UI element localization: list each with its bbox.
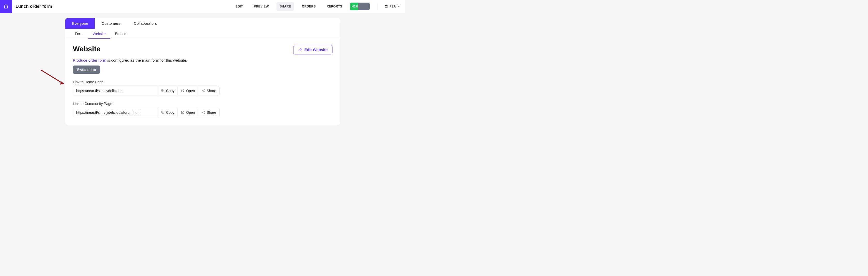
community-link-input[interactable] — [73, 108, 158, 117]
nav-orders[interactable]: ORDERS — [299, 2, 319, 11]
subtab-form[interactable]: Form — [70, 29, 88, 39]
home-icon — [3, 4, 8, 9]
tab-collaborators[interactable]: Collaborators — [127, 18, 163, 29]
share-subtabs: Form Website Embed — [65, 29, 340, 39]
nav-reports[interactable]: REPORTS — [323, 2, 345, 11]
open-label: Open — [186, 89, 195, 93]
switch-form-button[interactable]: Switch form — [73, 66, 100, 74]
community-copy-button[interactable]: Copy — [158, 108, 178, 117]
account-switcher[interactable]: FEA — [384, 5, 400, 8]
home-link-row: Copy Open Share — [73, 86, 220, 96]
share-label: Share — [207, 89, 216, 93]
share-panel: Everyone Customers Collaborators Form We… — [65, 18, 340, 125]
progress-indicator[interactable]: 41% — [350, 3, 370, 10]
edit-website-button[interactable]: Edit Website — [293, 45, 333, 55]
progress-label: 41% — [350, 5, 358, 8]
top-nav: EDIT PREVIEW SHARE ORDERS REPORTS 41% FE… — [232, 2, 400, 11]
configured-form-text: Produce order form is configured as the … — [73, 58, 333, 62]
tab-everyone[interactable]: Everyone — [65, 18, 95, 29]
account-label: FEA — [390, 5, 396, 8]
community-link-row: Copy Open Share — [73, 108, 220, 117]
svg-point-8 — [202, 112, 203, 113]
community-link-label: Link to Community Page — [73, 102, 333, 106]
copy-icon — [161, 111, 164, 114]
nav-preview[interactable]: PREVIEW — [251, 2, 272, 11]
home-link-input[interactable] — [73, 86, 158, 96]
svg-point-4 — [204, 92, 204, 92]
website-section: Website Edit Website Produce order form … — [65, 39, 340, 125]
community-share-button[interactable]: Share — [198, 108, 220, 117]
edit-website-label: Edit Website — [304, 47, 328, 52]
open-label: Open — [186, 110, 195, 114]
share-icon — [202, 111, 205, 114]
open-icon — [181, 89, 184, 93]
home-button[interactable] — [0, 0, 12, 13]
nav-edit[interactable]: EDIT — [232, 2, 246, 11]
copy-icon — [161, 89, 164, 93]
share-label: Share — [207, 110, 216, 114]
audience-tabs: Everyone Customers Collaborators — [65, 18, 340, 29]
top-bar: Lunch order form EDIT PREVIEW SHARE ORDE… — [0, 0, 405, 13]
subtab-embed[interactable]: Embed — [110, 29, 131, 39]
section-title: Website — [73, 45, 100, 53]
configured-form-link[interactable]: Produce order form — [73, 58, 106, 62]
copy-label: Copy — [166, 110, 175, 114]
page-title: Lunch order form — [16, 4, 52, 9]
svg-point-3 — [202, 91, 203, 91]
edit-icon — [298, 48, 302, 52]
svg-point-7 — [204, 111, 204, 112]
home-share-button[interactable]: Share — [198, 86, 220, 96]
tab-customers[interactable]: Customers — [95, 18, 127, 29]
storefront-icon — [384, 5, 388, 8]
svg-point-2 — [204, 90, 204, 90]
community-open-button[interactable]: Open — [178, 108, 198, 117]
configured-form-suffix: is configured as the main form for this … — [106, 58, 187, 62]
nav-share[interactable]: SHARE — [276, 2, 294, 11]
svg-point-9 — [204, 113, 204, 114]
chevron-down-icon — [398, 6, 400, 7]
open-icon — [181, 111, 184, 114]
subtab-website[interactable]: Website — [88, 29, 110, 39]
copy-label: Copy — [166, 89, 175, 93]
home-link-label: Link to Home Page — [73, 80, 333, 84]
home-open-button[interactable]: Open — [178, 86, 198, 96]
home-copy-button[interactable]: Copy — [158, 86, 178, 96]
share-icon — [202, 89, 205, 93]
